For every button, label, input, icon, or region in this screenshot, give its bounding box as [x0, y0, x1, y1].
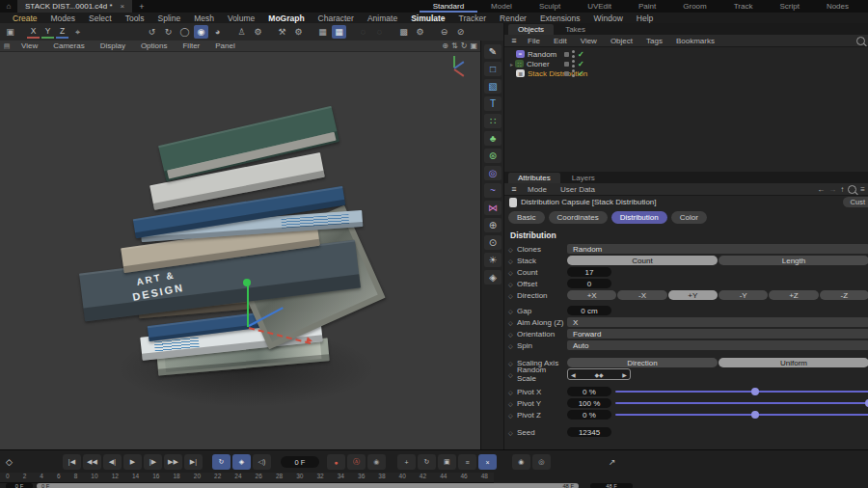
spline-primitive-icon[interactable]: □ — [484, 62, 502, 76]
autokey-icon[interactable]: Ⓐ — [347, 454, 366, 470]
range-start-field[interactable]: 0 F — [6, 483, 33, 488]
viewport-menu-view[interactable]: View — [14, 41, 45, 50]
enabled-check-icon[interactable]: ✓ — [578, 50, 584, 59]
clones-dropdown[interactable]: Random — [567, 244, 868, 254]
fracture-icon[interactable]: ♣ — [484, 131, 502, 146]
menu-item[interactable]: Character — [312, 14, 361, 23]
layout-tab-sculpt[interactable]: Sculpt — [526, 0, 574, 13]
scaling-axis-option[interactable]: Direction — [567, 358, 718, 367]
quantize-grid-icon[interactable]: ▦ — [332, 25, 346, 39]
current-frame-field[interactable]: 0 F — [281, 456, 319, 468]
direction-option[interactable]: +X — [567, 290, 616, 300]
menu-item[interactable]: Modes — [44, 14, 83, 23]
gap-field[interactable]: 0 cm — [567, 306, 611, 315]
count-field[interactable]: 17 — [567, 267, 611, 277]
spline-pen-icon[interactable]: ✎ — [484, 44, 502, 59]
goto-start-icon[interactable]: |◀ — [63, 454, 81, 470]
visibility-dots[interactable] — [572, 50, 575, 58]
workplane-settings-icon[interactable]: ⚙ — [413, 25, 427, 39]
object-row-cloner[interactable]: ▸ ∷ Cloner ✓ — [504, 59, 868, 68]
material-icon[interactable]: ◈ — [484, 270, 502, 285]
redo-icon[interactable]: ↻ — [161, 25, 176, 39]
scaling-axis-option[interactable]: Uniform — [719, 358, 868, 367]
stepper-right-icon[interactable]: ▶ — [622, 371, 627, 378]
layout-tab-script[interactable]: Script — [766, 0, 812, 13]
back-icon[interactable]: ← — [817, 185, 825, 194]
orbit-icon[interactable]: ↻ — [461, 41, 468, 50]
solo-on-icon[interactable]: ◉ — [512, 454, 530, 470]
pivot-y-slider[interactable] — [615, 398, 868, 408]
tab-layers[interactable]: Layers — [562, 173, 605, 183]
attribute-chip[interactable]: Color — [671, 211, 707, 224]
tab-objects[interactable]: Objects — [508, 24, 554, 35]
object-label[interactable]: Cloner — [527, 60, 550, 68]
live-selection-icon[interactable]: ◯ — [177, 25, 192, 39]
viewport-menu-display[interactable]: Display — [93, 41, 133, 50]
tab-attributes[interactable]: Attributes — [508, 173, 560, 183]
expander-icon[interactable]: ▸ — [510, 61, 513, 68]
planar-workplane-icon[interactable]: ⊘ — [453, 25, 468, 39]
range-end-field[interactable]: 48 F — [590, 483, 633, 488]
home-icon[interactable]: ⌂ — [0, 2, 17, 11]
om-menu-object[interactable]: Object — [605, 37, 638, 45]
random-scale-stepper[interactable]: ◀ ◆◆ ▶ — [567, 368, 631, 380]
record-icon[interactable]: ● — [327, 454, 345, 470]
keyframe-diamond-icon[interactable]: ◇ — [6, 457, 13, 467]
menu-item[interactable]: Render — [493, 14, 533, 23]
viewport-menu-filter[interactable]: Filter — [175, 41, 207, 50]
menu-item[interactable]: Help — [630, 14, 660, 23]
filter-icon[interactable]: ≡ — [860, 185, 865, 194]
hamburger-icon[interactable]: ≡ — [508, 184, 520, 194]
pivot-x-slider[interactable] — [615, 387, 868, 396]
light-icon[interactable]: ☀ — [484, 253, 502, 267]
attr-menu-mode[interactable]: Mode — [522, 185, 553, 194]
solo-off-icon[interactable]: ◎ — [532, 454, 551, 470]
simulate-icon[interactable]: ⚒ — [275, 25, 289, 39]
workplane-icon[interactable]: ▩ — [396, 25, 411, 39]
axis-lock-z[interactable]: Z — [56, 26, 68, 39]
tab-takes[interactable]: Takes — [556, 24, 595, 35]
menu-item[interactable]: Window — [587, 14, 630, 23]
enabled-check-icon[interactable]: ✓ — [578, 60, 584, 68]
fcurve-icon[interactable]: ↗ — [609, 457, 616, 467]
menu-item[interactable]: Tracker — [452, 14, 494, 23]
layout-tab-track[interactable]: Track — [720, 0, 767, 13]
loop-icon[interactable]: ↻ — [212, 454, 231, 470]
menu-item[interactable]: Spline — [151, 14, 188, 23]
attribute-chip[interactable]: Distribution — [611, 211, 667, 224]
object-row-random[interactable]: ≈ Random ✓ — [504, 49, 868, 59]
move-tool-icon[interactable]: ◉ — [194, 25, 208, 39]
menu-item[interactable]: Volume — [221, 14, 261, 23]
visibility-dots[interactable] — [572, 69, 575, 77]
om-menu-view[interactable]: View — [575, 37, 603, 45]
scale-key-icon[interactable]: ▣ — [438, 454, 456, 470]
locked-workplane-icon[interactable]: ⊖ — [437, 25, 451, 39]
orientation-dropdown[interactable]: Forward — [567, 329, 868, 339]
play-icon[interactable]: ▶ — [123, 454, 142, 470]
next-frame-icon[interactable]: |▶ — [144, 454, 162, 470]
rotation-key-icon[interactable]: ↻ — [418, 454, 436, 470]
direction-option[interactable]: +Z — [769, 290, 818, 300]
enabled-check-icon[interactable]: ✓ — [578, 69, 584, 78]
field-icon[interactable]: ◎ — [484, 166, 502, 180]
layer-toggle[interactable] — [564, 52, 569, 57]
field-path-icon[interactable]: ~ — [484, 183, 502, 198]
slider-knob[interactable] — [751, 388, 759, 395]
direction-option[interactable]: +Y — [668, 290, 718, 300]
coordinate-system-icon[interactable]: ⌖ — [70, 25, 85, 39]
layout-tab-paint[interactable]: Paint — [625, 0, 669, 13]
preview-range-bar[interactable]: 0 F 48 F — [37, 483, 579, 488]
zoom-icon[interactable]: ⇅ — [451, 41, 458, 50]
direction-option[interactable]: -Y — [719, 290, 768, 300]
undo-icon[interactable]: ↺ — [145, 25, 159, 39]
om-menu-tags[interactable]: Tags — [640, 37, 668, 45]
menu-item[interactable]: Create — [6, 14, 44, 23]
goto-end-icon[interactable]: ▶| — [184, 454, 203, 470]
close-tab-icon[interactable]: × — [121, 2, 125, 11]
menu-item[interactable]: Extensions — [533, 14, 587, 23]
attribute-chip[interactable]: Coordinates — [549, 211, 608, 224]
layout-tab-model[interactable]: Model — [477, 0, 526, 13]
object-label[interactable]: Random — [528, 50, 556, 59]
parameter-key-icon[interactable]: ≡ — [458, 454, 476, 470]
direction-option[interactable]: -X — [617, 290, 666, 300]
